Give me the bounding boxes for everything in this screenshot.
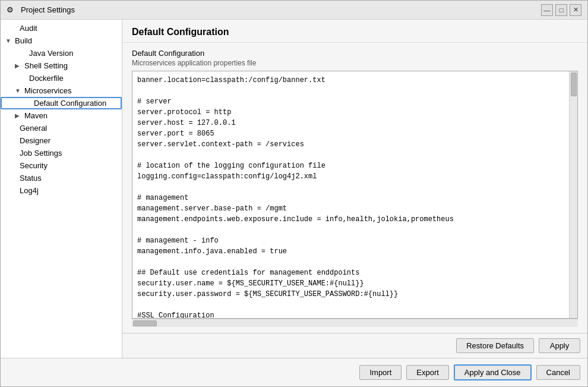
horizontal-scrollbar-thumb[interactable] [133,320,157,326]
sidebar-label-microservices: Microservices [24,86,71,95]
window-controls: — □ ✕ [541,4,581,16]
config-text-area[interactable]: banner.location=classpath:/config/banner… [132,71,569,318]
arrow-icon [20,50,27,56]
arrow-icon [10,150,17,156]
config-sub-label: Microservices application properties fil… [132,59,578,67]
sidebar-item-audit[interactable]: Audit [1,22,122,34]
main-content: Default Configuration Microservices appl… [122,43,587,333]
sidebar-item-log4j[interactable]: Log4j [1,184,122,197]
sidebar-item-job-settings[interactable]: Job Settings [1,147,122,159]
sidebar-item-status[interactable]: Status [1,172,122,184]
sidebar-label-general: General [20,124,47,133]
title-bar: ⚙ Project Settings — □ ✕ [1,1,587,20]
sidebar-item-general[interactable]: General [1,122,122,134]
close-button[interactable]: ✕ [570,4,581,16]
arrow-icon: ▼ [5,37,12,44]
main-panel: Default Configuration Default Configurat… [122,20,587,358]
maximize-button[interactable]: □ [555,4,567,16]
footer-bar: Import Export Apply and Close Cancel [1,358,587,386]
arrow-icon [10,125,17,131]
config-section-label: Default Configuration [132,49,578,58]
vertical-scrollbar[interactable] [569,71,577,318]
arrow-icon [10,25,17,32]
project-settings-window: ⚙ Project Settings — □ ✕ Audit ▼ Build [0,0,588,387]
arrow-icon [10,137,17,144]
apply-button[interactable]: Apply [539,338,580,353]
sidebar-item-build[interactable]: ▼ Build [1,34,122,47]
sidebar-label-designer: Designer [20,136,50,145]
bottom-bar: Restore Defaults Apply [122,333,587,358]
sidebar: Audit ▼ Build Java Version ▶ Shell Setti… [1,20,122,358]
main-title: Default Configuration [132,27,578,37]
sidebar-label-audit: Audit [20,24,37,33]
arrow-icon: ▶ [15,62,22,69]
title-bar-left: ⚙ Project Settings [7,5,75,15]
sidebar-label-status: Status [20,174,42,183]
sidebar-label-shell-setting: Shell Setting [24,61,68,70]
sidebar-label-log4j: Log4j [20,186,39,195]
main-header: Default Configuration [122,20,587,43]
arrow-icon [10,187,17,194]
import-button[interactable]: Import [359,365,402,380]
sidebar-item-microservices[interactable]: ▼ Microservices [1,84,122,97]
minimize-button[interactable]: — [541,4,553,16]
arrow-icon: ▼ [15,87,22,94]
sidebar-label-dockerfile: Dockerfile [29,74,64,83]
sidebar-label-job-settings: Job Settings [20,149,62,158]
sidebar-item-security[interactable]: Security [1,159,122,172]
sidebar-item-maven[interactable]: ▶ Maven [1,109,122,122]
sidebar-item-designer[interactable]: Designer [1,134,122,147]
sidebar-label-maven: Maven [24,111,48,120]
scrollbar-thumb[interactable] [571,73,577,96]
sidebar-item-java-version[interactable]: Java Version [1,47,122,59]
sidebar-label-default-configuration: Default Configuration [34,99,106,108]
window-icon: ⚙ [7,5,16,15]
horizontal-scrollbar-area[interactable] [132,319,578,327]
arrow-icon [24,100,31,106]
sidebar-label-java-version: Java Version [29,49,73,58]
sidebar-label-security: Security [20,161,48,170]
sidebar-item-shell-setting[interactable]: ▶ Shell Setting [1,59,122,72]
restore-defaults-button[interactable]: Restore Defaults [456,338,534,353]
sidebar-item-dockerfile[interactable]: Dockerfile [1,72,122,84]
arrow-icon [10,162,17,169]
window-title: Project Settings [21,5,75,14]
content-area: Audit ▼ Build Java Version ▶ Shell Setti… [1,20,587,358]
sidebar-label-build: Build [15,36,32,45]
arrow-icon: ▶ [15,112,22,119]
apply-and-close-button[interactable]: Apply and Close [454,364,532,380]
sidebar-item-default-configuration[interactable]: Default Configuration [1,97,122,109]
arrow-icon [10,175,17,181]
config-editor: banner.location=classpath:/config/banner… [132,71,578,319]
export-button[interactable]: Export [406,365,449,380]
arrow-icon [20,75,27,81]
cancel-button[interactable]: Cancel [536,365,580,380]
